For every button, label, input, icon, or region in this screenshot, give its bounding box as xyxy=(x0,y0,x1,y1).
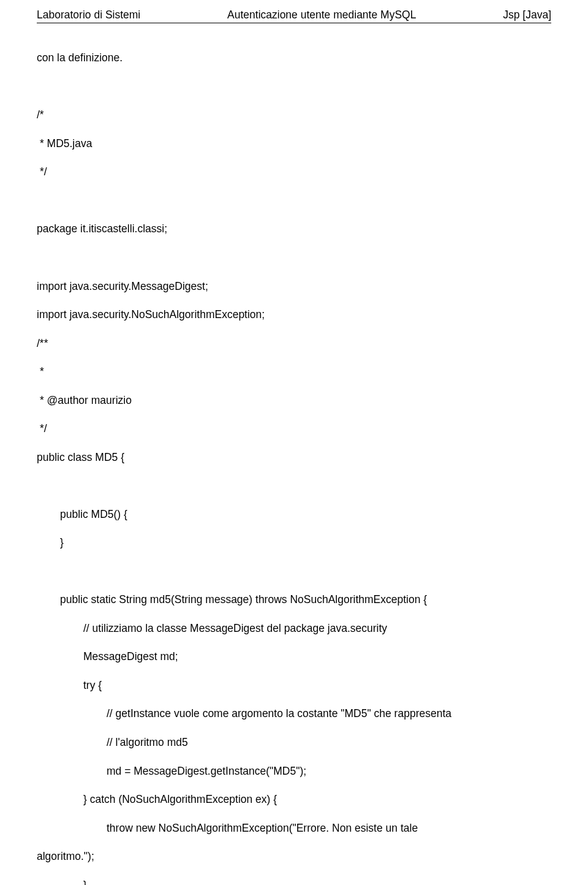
code-line: /** xyxy=(37,336,551,351)
code-line: import java.security.NoSuchAlgorithmExce… xyxy=(37,308,551,322)
header-left: Laboratorio di Sistemi xyxy=(37,9,140,21)
header-center: Autenticazione utente mediante MySQL xyxy=(227,9,416,21)
code-line: // getInstance vuole come argomento la c… xyxy=(37,707,551,721)
code-line: // l'algoritmo md5 xyxy=(37,735,551,750)
code-line: * xyxy=(37,365,551,379)
header-right: Jsp [Java] xyxy=(503,9,551,21)
code-line: */ xyxy=(37,165,551,179)
intro-text: con la definizione. xyxy=(37,51,551,65)
code-line: import java.security.MessageDigest; xyxy=(37,279,551,294)
code-line: public class MD5 { xyxy=(37,450,551,465)
code-line: try { xyxy=(37,678,551,693)
code-line: } xyxy=(37,878,551,885)
code-line: * @author maurizio xyxy=(37,393,551,408)
code-line: package it.itiscastelli.classi; xyxy=(37,222,551,236)
page: Laboratorio di Sistemi Autenticazione ut… xyxy=(0,0,588,885)
code-line: public MD5() { xyxy=(37,507,551,522)
code-line: public static String md5(String message)… xyxy=(37,593,551,607)
code-line: * MD5.java xyxy=(37,137,551,151)
code-line: algoritmo."); xyxy=(37,849,551,864)
code-line: // utilizziamo la classe MessageDigest d… xyxy=(37,621,551,636)
code-line: md = MessageDigest.getInstance("MD5"); xyxy=(37,764,551,778)
page-header: Laboratorio di Sistemi Autenticazione ut… xyxy=(37,9,551,23)
code-line: */ xyxy=(37,422,551,436)
page-content: con la definizione. /* * MD5.java */ pac… xyxy=(37,37,551,885)
code-line: throw new NoSuchAlgorithmException("Erro… xyxy=(37,821,551,835)
code-line: MessageDigest md; xyxy=(37,650,551,664)
code-line: } catch (NoSuchAlgorithmException ex) { xyxy=(37,792,551,807)
code-line: /* xyxy=(37,108,551,122)
code-line: } xyxy=(37,536,551,550)
